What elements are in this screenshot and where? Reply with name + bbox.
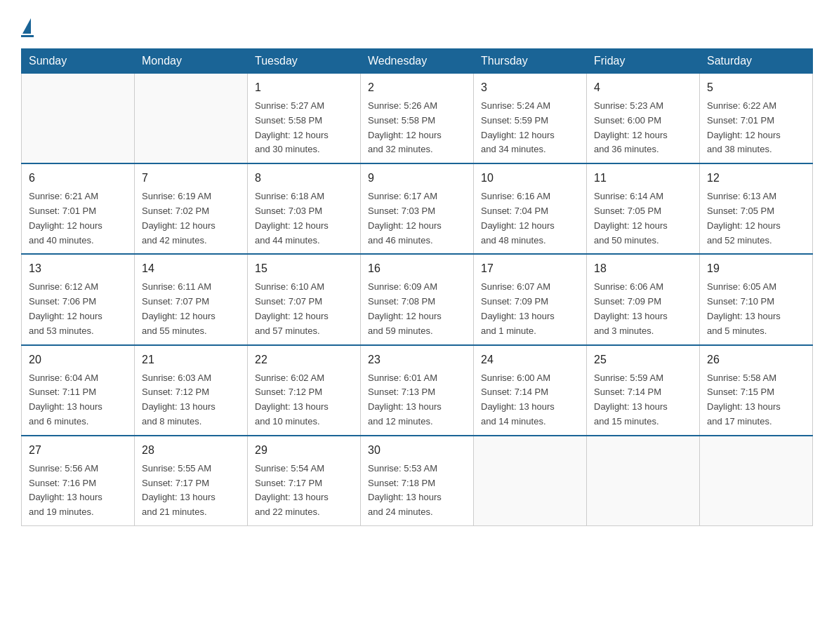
calendar-cell: 19Sunrise: 6:05 AMSunset: 7:10 PMDayligh… xyxy=(700,254,813,344)
calendar-cell: 10Sunrise: 6:16 AMSunset: 7:04 PMDayligh… xyxy=(474,163,587,254)
day-info: Sunrise: 6:09 AMSunset: 7:08 PMDaylight:… xyxy=(368,280,466,338)
day-number: 2 xyxy=(368,79,466,96)
day-info: Sunrise: 5:26 AMSunset: 5:58 PMDaylight:… xyxy=(368,99,466,157)
logo xyxy=(21,21,34,37)
calendar-cell: 18Sunrise: 6:06 AMSunset: 7:09 PMDayligh… xyxy=(587,254,700,344)
day-info: Sunrise: 6:22 AMSunset: 7:01 PMDaylight:… xyxy=(707,99,805,157)
calendar-header-saturday: Saturday xyxy=(700,49,813,74)
day-info: Sunrise: 6:18 AMSunset: 7:03 PMDaylight:… xyxy=(255,189,353,248)
calendar-cell: 26Sunrise: 5:58 AMSunset: 7:15 PMDayligh… xyxy=(700,345,813,436)
day-info: Sunrise: 5:55 AMSunset: 7:17 PMDaylight:… xyxy=(142,462,240,520)
day-number: 11 xyxy=(594,170,692,187)
calendar-cell: 16Sunrise: 6:09 AMSunset: 7:08 PMDayligh… xyxy=(361,254,474,344)
day-info: Sunrise: 5:53 AMSunset: 7:18 PMDaylight:… xyxy=(368,462,466,520)
calendar-header-sunday: Sunday xyxy=(22,49,135,74)
calendar-cell: 9Sunrise: 6:17 AMSunset: 7:03 PMDaylight… xyxy=(361,163,474,254)
day-number: 1 xyxy=(255,79,353,96)
calendar-cell: 6Sunrise: 6:21 AMSunset: 7:01 PMDaylight… xyxy=(22,163,135,254)
calendar-cell: 13Sunrise: 6:12 AMSunset: 7:06 PMDayligh… xyxy=(22,254,135,344)
calendar-header-row: SundayMondayTuesdayWednesdayThursdayFrid… xyxy=(22,49,813,74)
calendar-cell: 30Sunrise: 5:53 AMSunset: 7:18 PMDayligh… xyxy=(361,436,474,526)
calendar-cell: 2Sunrise: 5:26 AMSunset: 5:58 PMDaylight… xyxy=(361,74,474,164)
calendar-cell: 29Sunrise: 5:54 AMSunset: 7:17 PMDayligh… xyxy=(248,436,361,526)
day-number: 15 xyxy=(255,260,353,277)
calendar-cell xyxy=(474,436,587,526)
calendar-week-row: 1Sunrise: 5:27 AMSunset: 5:58 PMDaylight… xyxy=(22,74,813,164)
day-number: 25 xyxy=(594,351,692,368)
day-number: 27 xyxy=(29,442,127,459)
calendar-cell: 21Sunrise: 6:03 AMSunset: 7:12 PMDayligh… xyxy=(135,345,248,436)
day-number: 9 xyxy=(368,170,466,187)
day-number: 26 xyxy=(707,351,805,368)
day-info: Sunrise: 6:14 AMSunset: 7:05 PMDaylight:… xyxy=(594,189,692,248)
calendar-cell: 1Sunrise: 5:27 AMSunset: 5:58 PMDaylight… xyxy=(248,74,361,164)
calendar-header-wednesday: Wednesday xyxy=(361,49,474,74)
day-number: 28 xyxy=(142,442,240,459)
day-number: 13 xyxy=(29,260,127,277)
logo-triangle-icon xyxy=(22,18,31,34)
day-info: Sunrise: 6:21 AMSunset: 7:01 PMDaylight:… xyxy=(29,189,127,248)
calendar-cell xyxy=(587,436,700,526)
day-number: 7 xyxy=(142,170,240,187)
calendar-week-row: 20Sunrise: 6:04 AMSunset: 7:11 PMDayligh… xyxy=(22,345,813,436)
day-info: Sunrise: 5:54 AMSunset: 7:17 PMDaylight:… xyxy=(255,462,353,520)
day-number: 19 xyxy=(707,260,805,277)
calendar-cell: 22Sunrise: 6:02 AMSunset: 7:12 PMDayligh… xyxy=(248,345,361,436)
calendar-cell: 5Sunrise: 6:22 AMSunset: 7:01 PMDaylight… xyxy=(700,74,813,164)
day-number: 30 xyxy=(368,442,466,459)
calendar-week-row: 27Sunrise: 5:56 AMSunset: 7:16 PMDayligh… xyxy=(22,436,813,526)
day-info: Sunrise: 6:04 AMSunset: 7:11 PMDaylight:… xyxy=(29,371,127,429)
day-number: 12 xyxy=(707,170,805,187)
day-info: Sunrise: 6:13 AMSunset: 7:05 PMDaylight:… xyxy=(707,189,805,248)
day-number: 14 xyxy=(142,260,240,277)
calendar-cell: 20Sunrise: 6:04 AMSunset: 7:11 PMDayligh… xyxy=(22,345,135,436)
day-info: Sunrise: 6:05 AMSunset: 7:10 PMDaylight:… xyxy=(707,280,805,338)
calendar-week-row: 13Sunrise: 6:12 AMSunset: 7:06 PMDayligh… xyxy=(22,254,813,344)
day-info: Sunrise: 5:24 AMSunset: 5:59 PMDaylight:… xyxy=(481,99,579,157)
day-number: 23 xyxy=(368,351,466,368)
day-info: Sunrise: 5:23 AMSunset: 6:00 PMDaylight:… xyxy=(594,99,692,157)
calendar-header-friday: Friday xyxy=(587,49,700,74)
day-info: Sunrise: 5:59 AMSunset: 7:14 PMDaylight:… xyxy=(594,371,692,429)
calendar-cell: 28Sunrise: 5:55 AMSunset: 7:17 PMDayligh… xyxy=(135,436,248,526)
day-info: Sunrise: 6:02 AMSunset: 7:12 PMDaylight:… xyxy=(255,371,353,429)
day-number: 6 xyxy=(29,170,127,187)
calendar-cell xyxy=(22,74,135,164)
calendar-cell: 4Sunrise: 5:23 AMSunset: 6:00 PMDaylight… xyxy=(587,74,700,164)
page-header xyxy=(21,14,813,37)
day-number: 17 xyxy=(481,260,579,277)
day-number: 24 xyxy=(481,351,579,368)
day-info: Sunrise: 6:19 AMSunset: 7:02 PMDaylight:… xyxy=(142,189,240,248)
calendar-header-monday: Monday xyxy=(135,49,248,74)
day-info: Sunrise: 6:12 AMSunset: 7:06 PMDaylight:… xyxy=(29,280,127,338)
day-info: Sunrise: 6:11 AMSunset: 7:07 PMDaylight:… xyxy=(142,280,240,338)
calendar-cell: 7Sunrise: 6:19 AMSunset: 7:02 PMDaylight… xyxy=(135,163,248,254)
calendar-cell: 3Sunrise: 5:24 AMSunset: 5:59 PMDaylight… xyxy=(474,74,587,164)
day-info: Sunrise: 6:10 AMSunset: 7:07 PMDaylight:… xyxy=(255,280,353,338)
day-number: 20 xyxy=(29,351,127,368)
calendar-cell xyxy=(700,436,813,526)
day-info: Sunrise: 6:00 AMSunset: 7:14 PMDaylight:… xyxy=(481,371,579,429)
day-info: Sunrise: 5:58 AMSunset: 7:15 PMDaylight:… xyxy=(707,371,805,429)
day-info: Sunrise: 6:03 AMSunset: 7:12 PMDaylight:… xyxy=(142,371,240,429)
day-info: Sunrise: 6:17 AMSunset: 7:03 PMDaylight:… xyxy=(368,189,466,248)
calendar-header-tuesday: Tuesday xyxy=(248,49,361,74)
calendar-header-thursday: Thursday xyxy=(474,49,587,74)
calendar-cell: 8Sunrise: 6:18 AMSunset: 7:03 PMDaylight… xyxy=(248,163,361,254)
calendar-cell: 15Sunrise: 6:10 AMSunset: 7:07 PMDayligh… xyxy=(248,254,361,344)
calendar-cell: 17Sunrise: 6:07 AMSunset: 7:09 PMDayligh… xyxy=(474,254,587,344)
calendar-cell: 14Sunrise: 6:11 AMSunset: 7:07 PMDayligh… xyxy=(135,254,248,344)
day-number: 8 xyxy=(255,170,353,187)
day-info: Sunrise: 6:01 AMSunset: 7:13 PMDaylight:… xyxy=(368,371,466,429)
day-number: 3 xyxy=(481,79,579,96)
day-info: Sunrise: 6:07 AMSunset: 7:09 PMDaylight:… xyxy=(481,280,579,338)
day-number: 5 xyxy=(707,79,805,96)
calendar-cell: 24Sunrise: 6:00 AMSunset: 7:14 PMDayligh… xyxy=(474,345,587,436)
day-number: 21 xyxy=(142,351,240,368)
day-number: 10 xyxy=(481,170,579,187)
calendar-week-row: 6Sunrise: 6:21 AMSunset: 7:01 PMDaylight… xyxy=(22,163,813,254)
day-number: 29 xyxy=(255,442,353,459)
calendar-table: SundayMondayTuesdayWednesdayThursdayFrid… xyxy=(21,48,813,526)
day-info: Sunrise: 6:06 AMSunset: 7:09 PMDaylight:… xyxy=(594,280,692,338)
calendar-cell: 25Sunrise: 5:59 AMSunset: 7:14 PMDayligh… xyxy=(587,345,700,436)
